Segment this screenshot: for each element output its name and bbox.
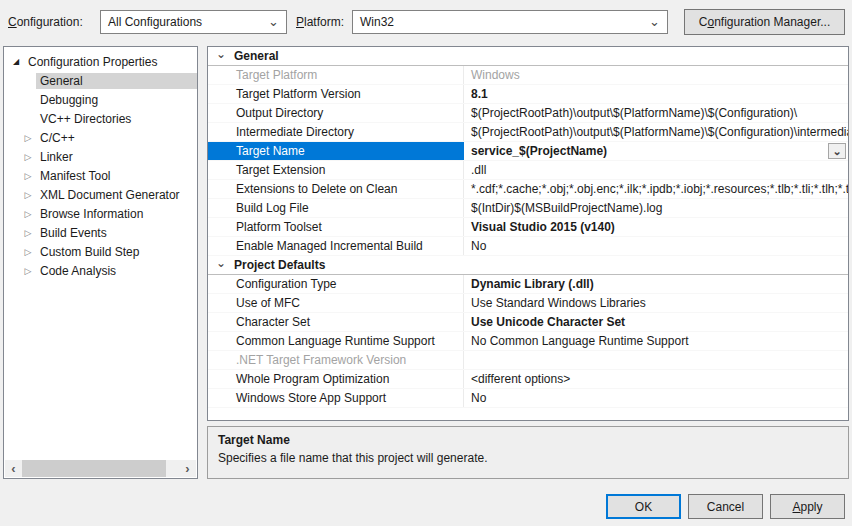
collapse-arrow-icon[interactable]: ▷ [20,209,36,219]
expand-arrow-icon[interactable]: ◢ [8,57,24,66]
tree-item-code-analysis[interactable]: ▷Code Analysis [4,261,197,280]
property-value[interactable]: $(ProjectRootPath)\output\$(PlatformName… [464,123,848,141]
scroll-right-icon[interactable]: › [179,460,196,477]
property-name[interactable]: Target Name [208,142,464,160]
property-name[interactable]: Build Log File [208,199,464,217]
property-row-target-name[interactable]: Target Nameservice_$(ProjectName)⌄ [208,142,848,161]
ok-button[interactable]: OK [606,494,681,519]
property-value[interactable]: Use Unicode Character Set [464,313,848,331]
tree-item-linker[interactable]: ▷Linker [4,147,197,166]
property-name[interactable]: Output Directory [208,104,464,122]
scrollbar-thumb[interactable] [22,460,166,477]
property-name[interactable]: Common Language Runtime Support [208,332,464,350]
cancel-button[interactable]: Cancel [688,494,763,519]
property-value[interactable]: *.cdf;*.cache;*.obj;*.obj.enc;*.ilk;*.ip… [464,180,848,198]
tree-item-configuration-properties[interactable]: ◢Configuration Properties [4,52,197,71]
property-value[interactable]: No Common Language Runtime Support [464,332,848,350]
tree-item-label: Manifest Tool [36,168,197,184]
property-value[interactable]: Use Standard Windows Libraries [464,294,848,312]
property-row-extensions-to-delete-on-clean[interactable]: Extensions to Delete on Clean*.cdf;*.cac… [208,180,848,199]
property-row-output-directory[interactable]: Output Directory$(ProjectRootPath)\outpu… [208,104,848,123]
collapse-arrow-icon[interactable]: ▷ [20,247,36,257]
property-row-target-platform[interactable]: Target PlatformWindows [208,66,848,85]
property-name[interactable]: Target Platform [208,66,464,84]
property-name[interactable]: Windows Store App Support [208,389,464,407]
property-value[interactable]: 8.1 [464,85,848,103]
property-name[interactable]: Target Extension [208,161,464,179]
property-row-target-extension[interactable]: Target Extension.dll [208,161,848,180]
tree-item-label: VC++ Directories [36,111,197,127]
platform-label: Platform: [296,15,344,29]
collapse-arrow-icon[interactable]: ▷ [20,133,36,143]
section-collapse-icon[interactable]: ⌄ [208,256,234,270]
tree-item-c-c[interactable]: ▷C/C++ [4,128,197,147]
property-row-net-target-framework-version[interactable]: .NET Target Framework Version [208,351,848,370]
property-row-character-set[interactable]: Character SetUse Unicode Character Set [208,313,848,332]
property-value[interactable]: Visual Studio 2015 (v140) [464,218,848,236]
scroll-left-icon[interactable]: ‹ [5,460,22,477]
property-value[interactable] [464,351,848,369]
description-text: Specifies a file name that this project … [218,451,838,465]
property-row-configuration-type[interactable]: Configuration TypeDynamic Library (.dll) [208,275,848,294]
property-row-build-log-file[interactable]: Build Log File$(IntDir)$(MSBuildProjectN… [208,199,848,218]
property-row-use-of-mfc[interactable]: Use of MFCUse Standard Windows Libraries [208,294,848,313]
collapse-arrow-icon[interactable]: ▷ [20,190,36,200]
property-name[interactable]: Platform Toolset [208,218,464,236]
section-header-general[interactable]: ⌄General [208,47,848,66]
section-title: Project Defaults [234,258,325,272]
property-row-platform-toolset[interactable]: Platform ToolsetVisual Studio 2015 (v140… [208,218,848,237]
apply-button[interactable]: Apply [770,494,845,519]
platform-select[interactable]: Win32 ⌄ [352,10,668,34]
property-name[interactable]: Configuration Type [208,275,464,293]
property-row-enable-managed-incremental-build[interactable]: Enable Managed Incremental BuildNo [208,237,848,256]
property-value[interactable]: $(IntDir)$(MSBuildProjectName).log [464,199,848,217]
property-name[interactable]: .NET Target Framework Version [208,351,464,369]
tree-item-label: Debugging [36,92,197,108]
horizontal-scrollbar[interactable]: ‹ › [5,460,196,477]
value-dropdown-button[interactable]: ⌄ [828,143,846,159]
tree-item-vc-directories[interactable]: VC++ Directories [4,109,197,128]
tree-item-browse-information[interactable]: ▷Browse Information [4,204,197,223]
property-grid: ⌄GeneralTarget PlatformWindowsTarget Pla… [207,46,849,421]
property-value[interactable]: service_$(ProjectName)⌄ [464,142,848,160]
tree-item-debugging[interactable]: Debugging [4,90,197,109]
collapse-arrow-icon[interactable]: ▷ [20,171,36,181]
property-name[interactable]: Character Set [208,313,464,331]
collapse-arrow-icon[interactable]: ▷ [20,266,36,276]
property-row-target-platform-version[interactable]: Target Platform Version8.1 [208,85,848,104]
property-name[interactable]: Intermediate Directory [208,123,464,141]
scrollbar-track[interactable] [22,460,179,477]
configuration-select-value: All Configurations [108,15,202,29]
dialog-buttons: OK Cancel Apply [606,494,845,519]
section-header-project-defaults[interactable]: ⌄Project Defaults [208,256,848,275]
property-value[interactable]: .dll [464,161,848,179]
description-title: Target Name [218,433,838,447]
chevron-down-icon: ⌄ [268,14,279,29]
configuration-select[interactable]: All Configurations ⌄ [100,10,287,34]
property-value[interactable]: $(ProjectRootPath)\output\$(PlatformName… [464,104,848,122]
property-row-intermediate-directory[interactable]: Intermediate Directory$(ProjectRootPath)… [208,123,848,142]
collapse-arrow-icon[interactable]: ▷ [20,228,36,238]
property-value[interactable]: No [464,237,848,255]
property-name[interactable]: Whole Program Optimization [208,370,464,388]
tree-item-manifest-tool[interactable]: ▷Manifest Tool [4,166,197,185]
property-value[interactable]: Dynamic Library (.dll) [464,275,848,293]
tree-item-label: Linker [36,149,197,165]
property-row-common-language-runtime-support[interactable]: Common Language Runtime SupportNo Common… [208,332,848,351]
property-name[interactable]: Use of MFC [208,294,464,312]
property-value[interactable]: No [464,389,848,407]
tree-item-xml-document-generator[interactable]: ▷XML Document Generator [4,185,197,204]
collapse-arrow-icon[interactable]: ▷ [20,152,36,162]
tree-item-general[interactable]: General [4,71,197,90]
section-collapse-icon[interactable]: ⌄ [208,47,234,61]
property-row-windows-store-app-support[interactable]: Windows Store App SupportNo [208,389,848,408]
property-value[interactable]: <different options> [464,370,848,388]
tree-item-build-events[interactable]: ▷Build Events [4,223,197,242]
property-name[interactable]: Target Platform Version [208,85,464,103]
tree-item-custom-build-step[interactable]: ▷Custom Build Step [4,242,197,261]
property-value[interactable]: Windows [464,66,848,84]
configuration-manager-button[interactable]: Configuration Manager... [684,9,845,35]
property-name[interactable]: Enable Managed Incremental Build [208,237,464,255]
property-name[interactable]: Extensions to Delete on Clean [208,180,464,198]
property-row-whole-program-optimization[interactable]: Whole Program Optimization<different opt… [208,370,848,389]
